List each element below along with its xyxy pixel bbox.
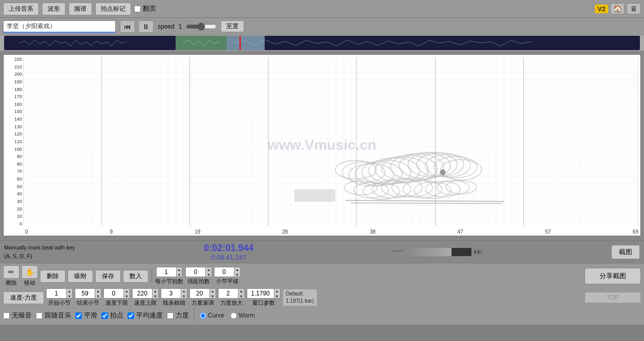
force-smooth-input[interactable] xyxy=(190,290,209,297)
chart-y-axis: 220 210 200 190 180 170 160 150 140 130 … xyxy=(4,55,23,236)
per-beat-down[interactable]: ▼ xyxy=(177,272,182,277)
force-amp-group: ▲ ▼ 力度放大 xyxy=(218,288,245,307)
near-beat-down[interactable]: ▼ xyxy=(206,272,211,277)
line-thick-spinner[interactable]: ▲ ▼ xyxy=(161,288,187,299)
beat-step-up[interactable]: ▲ xyxy=(234,267,240,272)
window-param-down[interactable]: ▼ xyxy=(274,294,280,299)
line-thick-arrows: ▲ ▼ xyxy=(181,289,187,298)
speed-force-button[interactable]: 速度-力度 xyxy=(3,291,44,304)
force-checkbox[interactable] xyxy=(167,312,174,319)
near-beat-input[interactable] xyxy=(186,268,205,276)
speed-min-input[interactable] xyxy=(104,290,123,297)
curve-radio[interactable] xyxy=(200,312,206,319)
top-button[interactable]: TOP xyxy=(585,292,641,303)
per-beat-label: 每小节拍数 xyxy=(155,278,183,285)
frequency-button[interactable]: 频谱 xyxy=(69,3,92,15)
beat-step-spinner[interactable]: ▲ ▼ xyxy=(214,267,241,277)
force-amp-input[interactable] xyxy=(219,290,238,297)
beat-step-input[interactable] xyxy=(214,268,234,276)
beat-point-checkbox[interactable] xyxy=(101,312,108,319)
erase-button[interactable]: ✏ xyxy=(3,265,19,279)
speed-max-input[interactable] xyxy=(133,290,152,297)
curve-radio-label[interactable]: Curve xyxy=(200,312,224,319)
worm-radio-label[interactable]: Worm xyxy=(230,312,255,319)
end-bar-up[interactable]: ▲ xyxy=(95,289,101,294)
save-button[interactable]: 保存 xyxy=(95,270,121,283)
flip-checkbox[interactable] xyxy=(134,6,141,12)
rewind-button[interactable]: ⏮ xyxy=(120,20,135,33)
speed-max-up[interactable]: ▲ xyxy=(153,289,158,294)
default-value-box: Default: 1.197(1 bar) xyxy=(283,289,317,306)
upload-music-button[interactable]: 上传音系 xyxy=(3,3,39,15)
beat-point-checkbox-label[interactable]: 拍点 xyxy=(101,311,123,320)
flat-checkbox[interactable] xyxy=(75,312,82,319)
flat-checkbox-label[interactable]: 平滑 xyxy=(75,311,97,320)
divider-2 xyxy=(194,308,195,323)
beat-mark-button[interactable]: 拍点标记 xyxy=(95,3,131,15)
window-param-up[interactable]: ▲ xyxy=(274,289,280,294)
window-param-spinner[interactable]: ▲ ▼ xyxy=(247,288,281,299)
speed-max-spinner[interactable]: ▲ ▼ xyxy=(132,288,159,299)
line-thick-down[interactable]: ▼ xyxy=(181,294,187,299)
pause-button[interactable]: ⏸ xyxy=(138,20,154,33)
force-smooth-spinner[interactable]: ▲ ▼ xyxy=(189,288,216,299)
y-label-190: 190 xyxy=(5,80,22,84)
noise-checkbox[interactable] xyxy=(3,312,10,319)
force-smooth-up[interactable]: ▲ xyxy=(210,289,216,294)
flip-checkbox-label[interactable]: 翻页 xyxy=(134,4,156,13)
y-label-50: 50 xyxy=(5,185,22,189)
start-bar-down[interactable]: ▼ xyxy=(67,294,72,299)
force-amp-up[interactable]: ▲ xyxy=(239,289,244,294)
per-beat-input[interactable] xyxy=(157,268,176,276)
time-display-2: 0:08:41.247 xyxy=(204,254,253,261)
worm-radio[interactable] xyxy=(230,312,237,319)
speed-slider[interactable] xyxy=(186,22,217,31)
absorb-button[interactable]: 吸附 xyxy=(68,270,93,283)
y-label-80: 80 xyxy=(5,162,22,167)
force-checkbox-label[interactable]: 力度 xyxy=(167,311,189,320)
follow-music-checkbox[interactable] xyxy=(36,312,42,319)
near-beat-spinner[interactable]: ▲ ▼ xyxy=(185,267,212,277)
follow-music-checkbox-label[interactable]: 跟随音乐 xyxy=(36,311,71,320)
waveform-button[interactable]: 波形 xyxy=(42,3,66,15)
force-smooth-down[interactable]: ▼ xyxy=(210,294,216,299)
speed-min-spinner[interactable]: ▲ ▼ xyxy=(103,288,130,299)
line-thick-up[interactable]: ▲ xyxy=(181,289,187,294)
force-smooth-label: 力量速调 xyxy=(191,299,214,307)
chart-x-axis: 0 9 19 28 38 47 57 69 xyxy=(23,229,640,235)
bottom-row-1: ✏ 擦除 ✋ 移动 删除 吸附 保存 数入 ▲ ▼ 每小节拍数 xyxy=(3,265,641,287)
per-beat-up[interactable]: ▲ xyxy=(177,267,182,272)
right-panel-top: 分享截图 xyxy=(585,268,641,284)
sure-button[interactable]: 至置 xyxy=(221,20,244,32)
force-amp-spinner[interactable]: ▲ ▼ xyxy=(218,288,245,299)
share-screenshot-button[interactable]: 分享截图 xyxy=(585,268,641,284)
end-bar-spinner[interactable]: ▲ ▼ xyxy=(75,288,101,299)
start-bar-up[interactable]: ▲ xyxy=(67,289,72,294)
force-amp-down[interactable]: ▼ xyxy=(239,294,244,299)
y-label-220: 220 xyxy=(5,57,22,62)
capture-button[interactable]: 截图 xyxy=(611,245,640,259)
import-button[interactable]: 数入 xyxy=(123,270,148,283)
waveform-container[interactable] xyxy=(4,36,640,50)
per-beat-spinner[interactable]: ▲ ▼ xyxy=(156,267,183,277)
near-beat-up[interactable]: ▲ xyxy=(206,267,211,272)
speed-min-down[interactable]: ▼ xyxy=(124,294,130,299)
bottom-row-3: 无噪音 跟随音乐 平滑 拍点 平均速度 力度 Curve xyxy=(3,308,641,323)
end-bar-input[interactable] xyxy=(75,290,95,297)
avg-speed-checkbox-label[interactable]: 平均速度 xyxy=(127,311,163,320)
beat-point-label: 拍点 xyxy=(110,311,123,320)
avg-speed-checkbox[interactable] xyxy=(127,312,134,319)
monitor-icon-button[interactable]: 🖥 xyxy=(627,3,641,14)
speed-max-down[interactable]: ▼ xyxy=(153,294,158,299)
speed-min-up[interactable]: ▲ xyxy=(124,289,130,294)
beat-step-down[interactable]: ▼ xyxy=(234,272,240,277)
line-thick-input[interactable] xyxy=(161,290,181,297)
end-bar-down[interactable]: ▼ xyxy=(95,294,101,299)
start-bar-spinner[interactable]: ▲ ▼ xyxy=(46,288,73,299)
home-icon-button[interactable]: 🏠 xyxy=(610,3,625,14)
window-param-input[interactable] xyxy=(247,290,274,297)
move-button[interactable]: ✋ xyxy=(22,265,38,279)
delete-button[interactable]: 删除 xyxy=(40,270,66,283)
noise-checkbox-label[interactable]: 无噪音 xyxy=(3,311,32,320)
start-bar-input[interactable] xyxy=(47,290,66,297)
